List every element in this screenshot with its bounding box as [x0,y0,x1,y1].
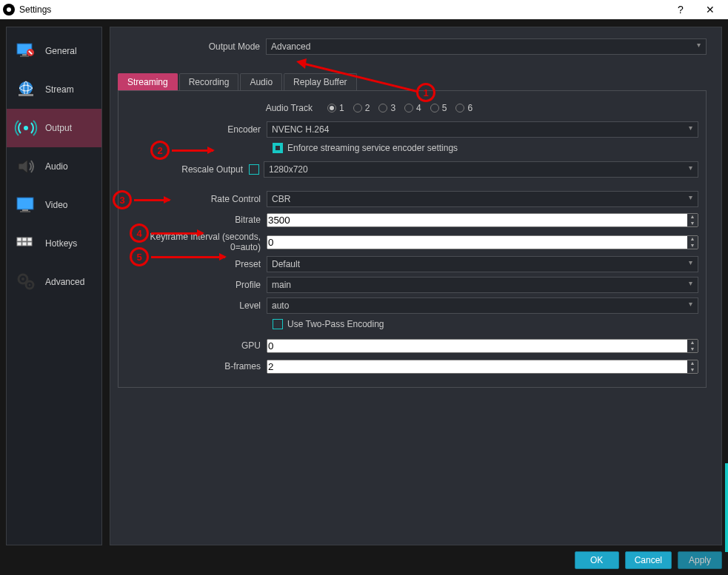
audio-track-3[interactable]: 3 [378,103,395,113]
preset-select[interactable]: Default [267,256,698,272]
svg-point-5 [19,81,33,95]
annotation-2: 2 [150,141,170,160]
tab-audio[interactable]: Audio [240,73,282,90]
svg-rect-7 [19,94,33,96]
annotation-5: 5 [130,247,149,266]
profile-label: Profile [118,280,267,290]
audio-track-label: Audio Track [118,103,318,113]
svg-rect-17 [27,242,32,246]
dialog-buttons: OK Cancel Apply [575,551,722,569]
keyframe-up[interactable]: ▲ [687,236,698,243]
sidebar-item-hotkeys[interactable]: Hotkeys [7,224,101,263]
bframes-row: B-frames ▲▼ [118,357,698,375]
window-title: Settings [19,4,51,15]
sidebar-item-general[interactable]: General [7,32,101,70]
annotation-2-arrow [172,149,213,152]
bframes-label: B-frames [118,361,267,371]
gear-icon [14,270,38,294]
rate-control-select[interactable]: CBR [267,191,698,207]
svg-point-19 [21,278,24,280]
close-button[interactable]: ✕ [695,0,725,19]
svg-rect-14 [27,238,32,241]
svg-rect-11 [20,211,30,212]
svg-rect-13 [22,238,27,241]
output-tabs: Streaming Recording Audio Replay Buffer [118,73,707,91]
level-label: Level [118,300,267,311]
streaming-tab-body: Audio Track 1 2 3 4 5 6 Encoder NVENC H.… [118,91,707,388]
audio-track-4[interactable]: 4 [404,103,421,113]
svg-rect-1 [22,54,27,56]
app-body: General Stream Output Audio [0,19,728,575]
gpu-up[interactable]: ▲ [687,340,698,346]
annotation-4: 4 [130,223,149,243]
encoder-select[interactable]: NVENC H.264 [267,121,698,138]
annotation-5-arrow [151,256,225,258]
svg-rect-9 [17,198,33,209]
bitrate-down[interactable]: ▼ [687,220,698,226]
globe-icon [14,78,38,101]
audio-track-row: Audio Track 1 2 3 4 5 6 [118,103,698,113]
bitrate-input[interactable] [267,213,698,227]
two-pass-label: Use Two-Pass Encoding [287,319,384,329]
apply-button[interactable]: Apply [678,551,722,569]
annotation-1: 1 [416,83,435,102]
bframes-down[interactable]: ▼ [687,366,698,373]
keyframe-down[interactable]: ▼ [687,242,698,249]
level-select[interactable]: auto [267,297,698,314]
audio-track-5[interactable]: 5 [430,103,447,113]
profile-select[interactable]: main [267,277,698,293]
enforce-checkbox[interactable] [273,143,283,153]
svg-rect-12 [17,238,21,241]
sidebar-item-label: Video [45,200,67,210]
monitor-icon [14,39,38,63]
output-mode-select[interactable]: Advanced [266,38,707,55]
two-pass-checkbox[interactable] [273,319,283,329]
edge-decoration [725,463,728,552]
output-mode-label: Output Mode [118,41,266,52]
sidebar-item-output[interactable]: Output [7,109,101,147]
output-mode-row: Output Mode Advanced [118,38,707,56]
sidebar-item-label: Hotkeys [45,238,77,249]
svg-point-21 [29,284,31,286]
sidebar-item-stream[interactable]: Stream [7,70,101,109]
titlebar: Settings ? ✕ [0,0,728,19]
rescale-select[interactable]: 1280x720 [264,161,698,178]
bframes-input[interactable] [267,360,698,374]
tab-replay-buffer[interactable]: Replay Buffer [284,73,357,90]
rescale-checkbox[interactable] [249,164,259,175]
profile-row: Profile main [118,276,698,294]
audio-track-1[interactable]: 1 [327,103,344,113]
sidebar-item-label: Output [45,123,72,133]
content-frame: General Stream Output Audio [6,27,722,545]
display-icon [14,193,38,217]
keyframe-input[interactable] [267,235,698,249]
ok-button[interactable]: OK [575,551,619,569]
audio-track-2[interactable]: 2 [353,103,370,113]
audio-track-6[interactable]: 6 [455,103,472,113]
sidebar-item-audio[interactable]: Audio [7,147,101,186]
gpu-input[interactable] [267,339,698,353]
broadcast-icon [14,116,38,140]
speaker-icon [14,155,38,178]
sidebar-item-video[interactable]: Video [7,186,101,224]
encoder-row: Encoder NVENC H.264 [118,121,698,138]
annotation-3-arrow [134,199,170,201]
svg-point-8 [24,126,28,130]
bframes-up[interactable]: ▲ [687,360,698,367]
bitrate-row: Bitrate ▲▼ [118,211,698,229]
gpu-label: GPU [118,340,267,351]
rescale-label: Rescale Output [118,164,249,175]
svg-rect-15 [17,242,21,246]
cancel-button[interactable]: Cancel [625,551,672,569]
two-pass-row: Use Two-Pass Encoding [273,319,698,329]
sidebar-item-advanced[interactable]: Advanced [7,263,101,301]
gpu-down[interactable]: ▼ [687,346,698,352]
enforce-row: Enforce streaming service encoder settin… [273,143,698,153]
tab-streaming[interactable]: Streaming [118,73,178,90]
app-icon [3,4,15,16]
tab-recording[interactable]: Recording [179,73,239,90]
bitrate-up[interactable]: ▲ [687,214,698,221]
sidebar-item-label: General [45,46,77,56]
sidebar-item-label: Stream [45,84,74,95]
help-button[interactable]: ? [666,0,695,19]
